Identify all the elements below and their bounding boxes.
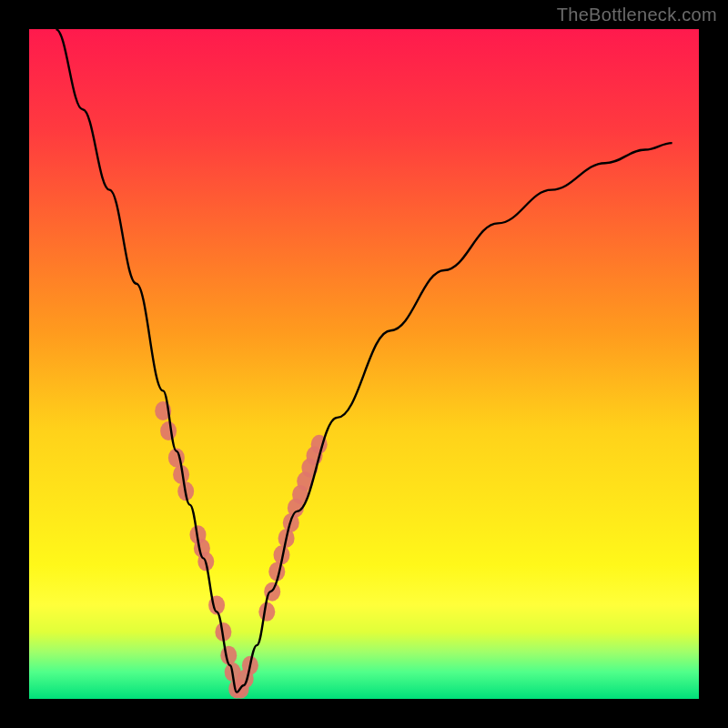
bottleneck-curve (56, 29, 672, 693)
marker-blob (160, 421, 177, 440)
chart-frame: TheBottleneck.com (0, 0, 728, 728)
watermark-text: TheBottleneck.com (557, 5, 717, 25)
plot-area (29, 29, 699, 699)
marker-blobs (155, 401, 328, 699)
bottleneck-curve-svg (29, 29, 699, 699)
marker-blob (258, 602, 275, 622)
